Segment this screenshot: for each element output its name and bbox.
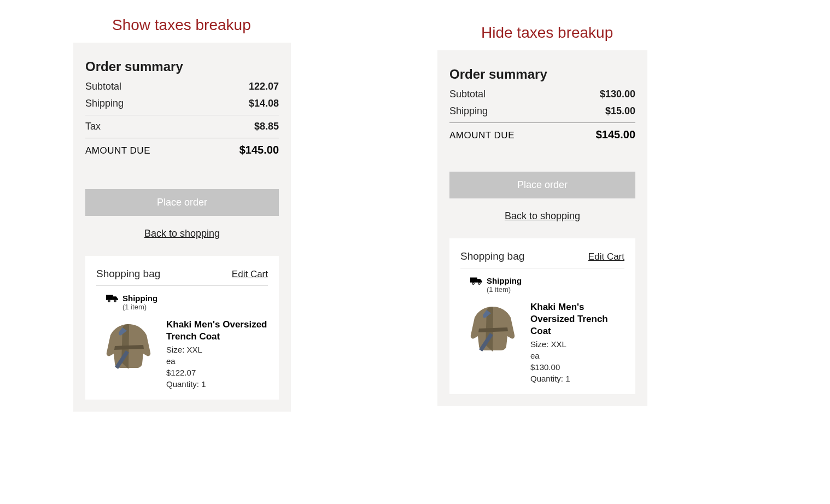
product-details: Khaki Men's Oversized Trench Coat Size: … — [530, 301, 624, 383]
product-quantity: Quantity: 1 — [530, 374, 624, 383]
product-details: Khaki Men's Oversized Trench Coat Size: … — [166, 319, 268, 389]
amount-due-row: AMOUNT DUE $145.00 — [85, 144, 279, 156]
product-quantity: Quantity: 1 — [166, 379, 268, 389]
amount-due-label: AMOUNT DUE — [449, 130, 515, 141]
cart-item-row: Khaki Men's Oversized Trench Coat Size: … — [463, 301, 624, 383]
product-price: $122.07 — [166, 368, 268, 377]
shipping-item-count: (1 item) — [122, 303, 157, 311]
amount-due-row: AMOUNT DUE $145.00 — [449, 128, 635, 141]
shipping-item-count: (1 item) — [487, 285, 522, 294]
tax-row: Tax $8.85 — [85, 121, 279, 132]
shipping-value: $14.08 — [249, 98, 279, 109]
truck-icon — [470, 276, 482, 288]
subtotal-value: 122.07 — [249, 81, 279, 92]
truck-icon — [106, 294, 118, 306]
svg-point-9 — [478, 283, 480, 284]
divider-line — [449, 122, 635, 123]
place-order-button[interactable]: Place order — [449, 172, 635, 198]
cart-item-row: Khaki Men's Oversized Trench Coat Size: … — [98, 319, 268, 389]
shipping-value: $15.00 — [605, 106, 635, 117]
order-summary-heading: Order summary — [85, 59, 279, 74]
subtotal-row: Subtotal 122.07 — [85, 81, 279, 92]
shopping-bag-card: Shopping bag Edit Cart Shipping (1 item) — [449, 238, 635, 394]
product-size: Size: XXL — [530, 339, 624, 349]
show-taxes-title: Show taxes breakup — [112, 16, 251, 34]
svg-point-7 — [472, 283, 474, 284]
svg-point-2 — [108, 300, 109, 301]
edit-cart-link[interactable]: Edit Cart — [232, 269, 268, 280]
product-price: $130.00 — [530, 362, 624, 372]
tax-value: $8.85 — [254, 121, 279, 132]
back-to-shopping-link[interactable]: Back to shopping — [85, 228, 279, 239]
product-name: Khaki Men's Oversized Trench Coat — [530, 301, 624, 337]
product-image — [98, 319, 159, 373]
edit-cart-link[interactable]: Edit Cart — [588, 251, 624, 262]
amount-due-value: $145.00 — [239, 144, 279, 156]
order-summary-panel-show: Order summary Subtotal 122.07 Shipping $… — [73, 43, 291, 412]
hide-taxes-title: Hide taxes breakup — [481, 24, 613, 42]
place-order-button[interactable]: Place order — [85, 189, 279, 216]
product-unit: ea — [530, 351, 624, 360]
subtotal-label: Subtotal — [85, 81, 121, 92]
product-unit: ea — [166, 356, 268, 366]
divider-line — [85, 115, 279, 115]
shipping-label: Shipping — [449, 106, 488, 117]
subtotal-row: Subtotal $130.00 — [449, 89, 635, 100]
divider-line — [85, 138, 279, 138]
subtotal-value: $130.00 — [600, 89, 635, 100]
shipping-method-label: Shipping — [487, 276, 522, 285]
product-size: Size: XXL — [166, 345, 268, 354]
tax-label: Tax — [85, 121, 101, 132]
shipping-block: Shipping (1 item) — [470, 276, 624, 294]
order-summary-panel-hide: Order summary Subtotal $130.00 Shipping … — [437, 50, 647, 406]
amount-due-label: AMOUNT DUE — [85, 145, 150, 156]
shipping-row: Shipping $14.08 — [85, 98, 279, 109]
shopping-bag-title: Shopping bag — [96, 268, 160, 280]
product-name: Khaki Men's Oversized Trench Coat — [166, 319, 268, 343]
shipping-block: Shipping (1 item) — [106, 294, 268, 311]
shopping-bag-title: Shopping bag — [460, 250, 524, 262]
back-to-shopping-link[interactable]: Back to shopping — [449, 210, 635, 222]
subtotal-label: Subtotal — [449, 89, 486, 100]
order-summary-heading: Order summary — [449, 67, 635, 82]
shopping-bag-header: Shopping bag Edit Cart — [96, 268, 268, 286]
shopping-bag-card: Shopping bag Edit Cart Shipping (1 item) — [85, 256, 279, 400]
shipping-row: Shipping $15.00 — [449, 106, 635, 117]
product-image — [463, 301, 523, 356]
shopping-bag-header: Shopping bag Edit Cart — [460, 250, 624, 268]
amount-due-value: $145.00 — [596, 128, 635, 141]
svg-rect-5 — [470, 278, 477, 283]
shipping-method-label: Shipping — [122, 294, 157, 303]
svg-point-4 — [114, 300, 115, 301]
shipping-label: Shipping — [85, 98, 124, 109]
svg-rect-0 — [106, 295, 113, 300]
